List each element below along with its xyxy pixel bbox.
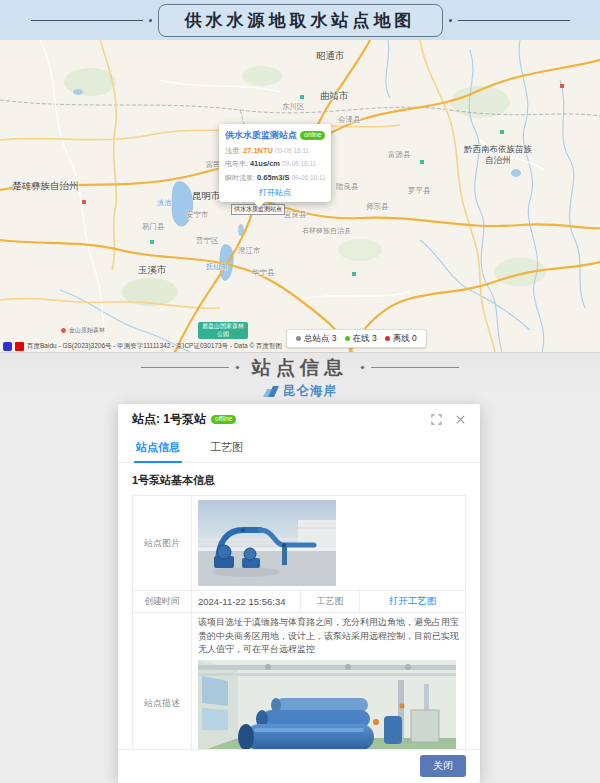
baidu-logo-icon — [3, 342, 12, 351]
open-site-link[interactable]: 打开站点 — [225, 187, 325, 198]
metric-row: 电导率: 41us/cm 09-06 16:11 — [225, 159, 325, 169]
section-header: 站点信息 昆仑海岸 — [0, 352, 600, 401]
map-city-label: 昭通市 — [316, 50, 345, 63]
table-row-created: 创建时间 2024-11-22 15:56:34 工艺图 打开工艺图 — [133, 591, 465, 613]
tab-station-info[interactable]: 站点信息 — [134, 433, 182, 463]
photo-label: 站点图片 — [133, 496, 192, 590]
map-town-label: 富源县 — [388, 150, 411, 160]
gray-dot-icon — [296, 336, 301, 341]
description-label: 站点描述 — [133, 613, 192, 749]
station-photo — [198, 500, 336, 586]
map-city-label: 玉溪市 — [138, 264, 167, 277]
map-town-label: 澄江市 — [238, 246, 261, 256]
brand-logo-icon — [263, 385, 280, 397]
brand-logo-text: 昆仑海岸 — [283, 383, 337, 400]
map-lake-label: 滇池 — [157, 198, 171, 208]
map-town-label: 华宁县 — [252, 268, 275, 278]
station-description: 该项目选址于滇缅路与体育路之间，充分利用边角地，避免占用宝贵的中央商务区用地，设… — [198, 616, 459, 657]
close-button[interactable]: 关闭 — [420, 755, 466, 777]
green-dot-icon — [345, 336, 350, 341]
map-attribution: 百度Baidu - GS(2023)3206号 - 甲测资字11111342 -… — [3, 342, 282, 351]
map-popup: 供水水质监测站点 online 浊度: 27.1NTU 09-06 16:11 … — [219, 124, 331, 202]
map-city-label: 楚雄彝族自治州 — [12, 180, 79, 193]
legend-item-offline: 离线 0 — [385, 333, 417, 345]
map-town-label: 易门县 — [142, 222, 165, 232]
process-label: 工艺图 — [300, 591, 360, 612]
section-divider-left — [141, 367, 229, 368]
table-row-description: 站点描述 该项目选址于滇缅路与体育路之间，充分利用边角地，避免占用宝贵的中央商务… — [133, 613, 465, 749]
map-town-label: 会泽县 — [338, 115, 361, 125]
map-town-label: 安宁市 — [186, 210, 209, 220]
map-city-label: 黔西南布依族苗族自治州 — [460, 144, 536, 166]
legend-item-online: 在线 3 — [345, 333, 377, 345]
process-render-image — [198, 660, 456, 750]
info-table: 站点图片 — [132, 495, 466, 749]
section-divider-right — [371, 367, 459, 368]
baidu-logo-icon — [15, 342, 24, 351]
section-heading: 1号泵站基本信息 — [132, 473, 466, 488]
modal-title: 站点: 1号泵站 — [132, 411, 206, 428]
modal-header: 站点: 1号泵站 offline — [118, 404, 480, 433]
map-container[interactable]: 昭通市 曲靖市 昆明市 玉溪市 楚雄彝族自治州 黔西南布依族苗族自治州 会泽县 … — [0, 40, 600, 352]
created-time-value: 2024-11-22 15:56:34 — [192, 591, 300, 612]
header-dot-left — [149, 19, 152, 22]
map-town-label: 晋宁区 — [196, 236, 219, 246]
station-modal: 站点: 1号泵站 offline 站点信息 工艺图 1号泵站基本信息 站点图片 — [118, 404, 480, 783]
map-town-label: 宜良县 — [284, 210, 307, 220]
legend-item-total: 总站点 3 — [296, 333, 337, 345]
popup-title: 供水水质监测站点 — [225, 129, 297, 142]
status-badge: online — [300, 131, 325, 140]
map-poi-label: 磨盘山国家森林公园 — [198, 322, 248, 339]
map-town-label: 石林彝族自治县 — [302, 226, 351, 236]
metric-row: 瞬时流量: 0.65m3/S 09-06 16:11 — [225, 173, 325, 183]
modal-body: 1号泵站基本信息 站点图片 — [118, 463, 480, 749]
table-row-photo: 站点图片 — [133, 496, 465, 591]
map-city-label: 昆明市 — [192, 190, 221, 203]
modal-tabs: 站点信息 工艺图 — [118, 433, 480, 463]
map-city-label: 曲靖市 — [320, 90, 349, 103]
map-town-label: 东川区 — [282, 102, 305, 112]
map-legend: 总站点 3 在线 3 离线 0 — [286, 329, 427, 348]
red-dot-icon — [385, 336, 390, 341]
map-town-label: 陆良县 — [336, 182, 359, 192]
section-dot-right — [360, 365, 364, 369]
section-dot-left — [235, 365, 239, 369]
brand-logo: 昆仑海岸 — [263, 383, 337, 400]
page-title: 供水水源地取水站点地图 — [158, 4, 443, 37]
page-header: 供水水源地取水站点地图 — [0, 0, 600, 40]
close-icon[interactable] — [455, 414, 466, 425]
created-label: 创建时间 — [133, 591, 192, 612]
section-title: 站点信息 — [252, 355, 348, 381]
modal-footer: 关闭 — [118, 749, 480, 783]
map-poi-label: 金山原始森林 — [60, 326, 105, 335]
poi-red-icon — [60, 327, 67, 334]
status-badge: offline — [211, 415, 236, 424]
header-divider-left — [31, 20, 143, 21]
map-town-label: 罗平县 — [408, 186, 431, 196]
header-dot-right — [449, 19, 452, 22]
tab-process-diagram[interactable]: 工艺图 — [208, 433, 245, 462]
open-process-link[interactable]: 打开工艺图 — [389, 595, 437, 608]
map-town-label: 师宗县 — [366, 202, 389, 212]
fullscreen-icon[interactable] — [431, 414, 442, 425]
map-lake-label: 抚仙湖 — [206, 262, 227, 272]
metric-row: 浊度: 27.1NTU 09-06 16:11 — [225, 146, 325, 156]
header-divider-right — [458, 20, 570, 21]
